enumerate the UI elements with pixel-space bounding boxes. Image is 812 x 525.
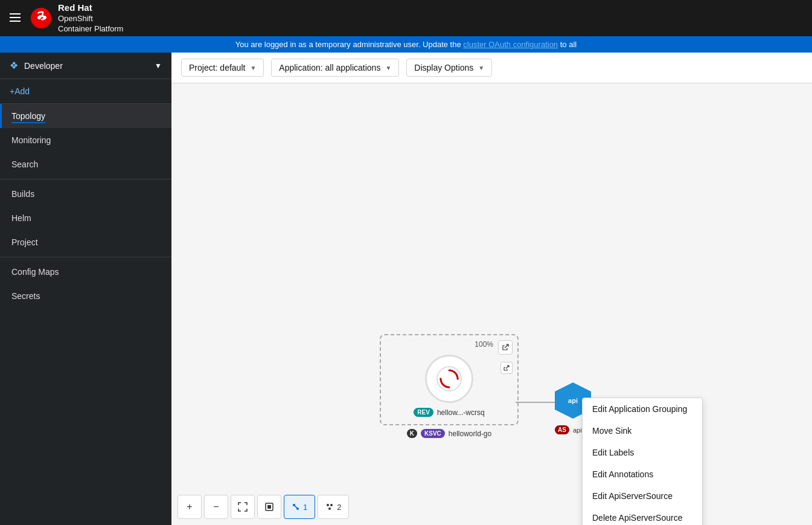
- rev-name: hellow...-wcrsq: [437, 408, 485, 417]
- svg-rect-0: [10, 13, 21, 14]
- filter-1-button[interactable]: 1: [284, 495, 315, 519]
- as-badge: AS: [555, 425, 569, 434]
- sync-icon: [436, 366, 462, 392]
- context-menu-item-edit-annotations[interactable]: Edit Annotations: [583, 463, 702, 485]
- sidebar: ❖ Developer ▼ +Add Topology Monitoring S…: [0, 53, 171, 525]
- brand-logo: Red Hat OpenShift Container Platform: [30, 2, 123, 34]
- add-button[interactable]: +Add: [0, 79, 171, 104]
- api-hex-label: api: [568, 397, 578, 404]
- sidebar-item-builds[interactable]: Builds: [0, 182, 171, 206]
- oauth-config-link[interactable]: cluster OAuth configuration: [463, 40, 558, 49]
- ksvc-percent: 100%: [475, 340, 493, 349]
- chevron-down-icon: ▼: [155, 62, 162, 70]
- sidebar-item-project[interactable]: Project: [0, 230, 171, 254]
- ksvc-node: 100%: [380, 334, 519, 438]
- zoom-out-button[interactable]: −: [204, 495, 228, 519]
- developer-switch[interactable]: ❖ Developer ▼: [0, 53, 171, 79]
- svg-point-14: [328, 507, 331, 510]
- display-options-caret: ▼: [478, 65, 484, 71]
- zoom-in-button[interactable]: +: [177, 495, 202, 519]
- sidebar-item-helm[interactable]: Helm: [0, 206, 171, 230]
- svg-point-13: [330, 504, 333, 506]
- ksvc-labels: REV hellow...-wcrsq: [388, 408, 510, 417]
- context-menu-item-edit-labels[interactable]: Edit Labels: [583, 442, 702, 463]
- developer-label: Developer: [24, 61, 63, 71]
- context-menu-item-edit-grouping[interactable]: Edit Application Grouping: [583, 398, 702, 420]
- brand-title: Red Hat OpenShift Container Platform: [58, 2, 123, 34]
- project-dropdown[interactable]: Project: default ▼: [181, 59, 264, 77]
- fit-icon: [238, 502, 248, 512]
- admin-banner: You are logged in as a temporary adminis…: [0, 36, 812, 53]
- svg-rect-1: [10, 17, 21, 18]
- sidebar-item-monitoring[interactable]: Monitoring: [0, 128, 171, 152]
- ksvc-container[interactable]: 100%: [380, 334, 519, 425]
- k-badge: K: [407, 429, 417, 438]
- fit-to-screen-button[interactable]: [231, 495, 255, 519]
- ksvc-name: helloworld-go: [449, 430, 491, 438]
- sidebar-divider-1: [0, 179, 171, 179]
- ksvc-circle: [425, 355, 473, 403]
- sidebar-item-topology[interactable]: Topology: [0, 104, 171, 128]
- developer-icon: ❖: [10, 60, 18, 71]
- context-menu-item-move-sink[interactable]: Move Sink: [583, 420, 702, 442]
- application-dropdown-caret: ▼: [385, 65, 391, 71]
- svg-point-12: [327, 504, 329, 506]
- filter1-icon: [292, 503, 300, 511]
- context-menu-item-edit-api[interactable]: Edit ApiServerSource: [583, 485, 702, 507]
- bottom-toolbar: + − 1 2: [177, 495, 349, 519]
- filter-2-button[interactable]: 2: [318, 495, 349, 519]
- sidebar-item-config-maps[interactable]: Config Maps: [0, 260, 171, 284]
- ksvc-inner-link-icon[interactable]: [500, 362, 513, 374]
- svg-rect-2: [10, 21, 21, 22]
- reset-view-button[interactable]: [257, 495, 281, 519]
- topology-canvas[interactable]: 100%: [171, 83, 812, 525]
- topbar: Red Hat OpenShift Container Platform: [0, 0, 812, 36]
- svg-rect-8: [267, 505, 271, 509]
- ksvc-external-link-icon[interactable]: [498, 340, 513, 355]
- filter2-icon: [325, 503, 334, 511]
- svg-line-11: [294, 505, 298, 509]
- reset-icon: [264, 502, 274, 512]
- hamburger-menu[interactable]: [10, 12, 21, 25]
- context-menu: Edit Application Grouping Move Sink Edit…: [582, 398, 703, 525]
- context-menu-item-delete-api[interactable]: Delete ApiServerSource: [583, 507, 702, 525]
- project-dropdown-caret: ▼: [250, 65, 256, 71]
- ksvc-badge: KSVC: [421, 429, 445, 438]
- display-options-dropdown[interactable]: Display Options ▼: [406, 59, 492, 77]
- main-layout: ❖ Developer ▼ +Add Topology Monitoring S…: [0, 53, 812, 525]
- application-dropdown[interactable]: Application: all applications ▼: [271, 59, 399, 77]
- rev-badge: REV: [414, 408, 433, 417]
- redhat-icon: [30, 7, 52, 29]
- sidebar-divider-2: [0, 257, 171, 257]
- content-area: Project: default ▼ Application: all appl…: [171, 53, 812, 525]
- page-toolbar: Project: default ▼ Application: all appl…: [171, 53, 812, 83]
- topology-content: 100%: [171, 83, 812, 525]
- sidebar-item-search[interactable]: Search: [0, 152, 171, 176]
- ksvc-footer: K KSVC helloworld-go: [380, 429, 519, 438]
- svg-point-3: [31, 8, 51, 28]
- sidebar-item-secrets[interactable]: Secrets: [0, 284, 171, 308]
